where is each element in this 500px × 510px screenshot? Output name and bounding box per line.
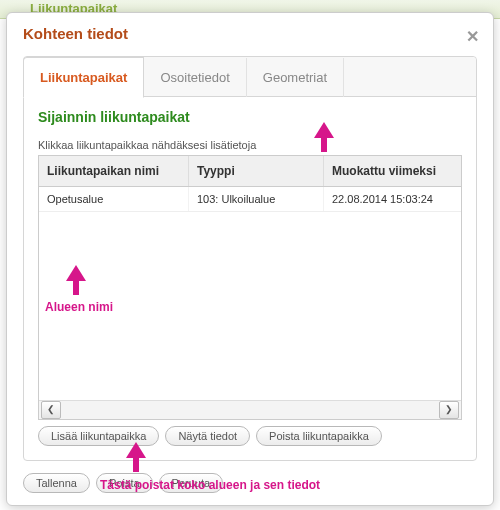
tabstrip: Liikuntapaikat Osoitetiedot Geometriat <box>24 57 476 97</box>
col-header-type[interactable]: Tyyppi <box>189 156 324 186</box>
dialog-footer: Tallenna Poista Peruuta <box>7 471 493 505</box>
col-header-modified[interactable]: Muokattu viimeksi <box>324 156 461 186</box>
scroll-left-icon[interactable]: ❮ <box>41 401 61 419</box>
table-row[interactable]: Opetusalue 103: Ulkoilualue 22.08.2014 1… <box>39 187 461 212</box>
cancel-button[interactable]: Peruuta <box>159 473 224 493</box>
dialog: Kohteen tiedot ✕ Liikuntapaikat Osoiteti… <box>6 12 494 506</box>
show-details-button[interactable]: Näytä tiedot <box>165 426 250 446</box>
grid-hint: Klikkaa liikuntapaikkaa nähdäksesi lisät… <box>38 139 462 151</box>
col-header-name[interactable]: Liikuntapaikan nimi <box>39 156 189 186</box>
tab-panel: Sijainnin liikuntapaikat Klikkaa liikunt… <box>24 97 476 460</box>
grid-body: Opetusalue 103: Ulkoilualue 22.08.2014 1… <box>39 187 461 400</box>
data-grid: Liikuntapaikan nimi Tyyppi Muokattu viim… <box>38 155 462 420</box>
section-title: Sijainnin liikuntapaikat <box>38 109 462 125</box>
close-icon[interactable]: ✕ <box>466 27 479 46</box>
remove-place-button[interactable]: Poista liikuntapaikka <box>256 426 382 446</box>
horizontal-scrollbar[interactable]: ❮ ❯ <box>39 400 461 419</box>
add-place-button[interactable]: Lisää liikuntapaikka <box>38 426 159 446</box>
scroll-right-icon[interactable]: ❯ <box>439 401 459 419</box>
grid-header-row: Liikuntapaikan nimi Tyyppi Muokattu viim… <box>39 156 461 187</box>
dialog-title: Kohteen tiedot <box>23 25 128 42</box>
tab-osoitetiedot[interactable]: Osoitetiedot <box>144 58 246 97</box>
dialog-body: Liikuntapaikat Osoitetiedot Geometriat S… <box>23 56 477 461</box>
tab-liikuntapaikat[interactable]: Liikuntapaikat <box>23 57 144 98</box>
cell-modified: 22.08.2014 15:03:24 <box>324 187 461 211</box>
dialog-header: Kohteen tiedot ✕ <box>7 13 493 50</box>
panel-button-row: Lisää liikuntapaikka Näytä tiedot Poista… <box>38 426 462 446</box>
save-button[interactable]: Tallenna <box>23 473 90 493</box>
cell-type: 103: Ulkoilualue <box>189 187 324 211</box>
cell-name: Opetusalue <box>39 187 189 211</box>
tab-geometriat[interactable]: Geometriat <box>247 58 344 97</box>
delete-button[interactable]: Poista <box>96 473 153 493</box>
